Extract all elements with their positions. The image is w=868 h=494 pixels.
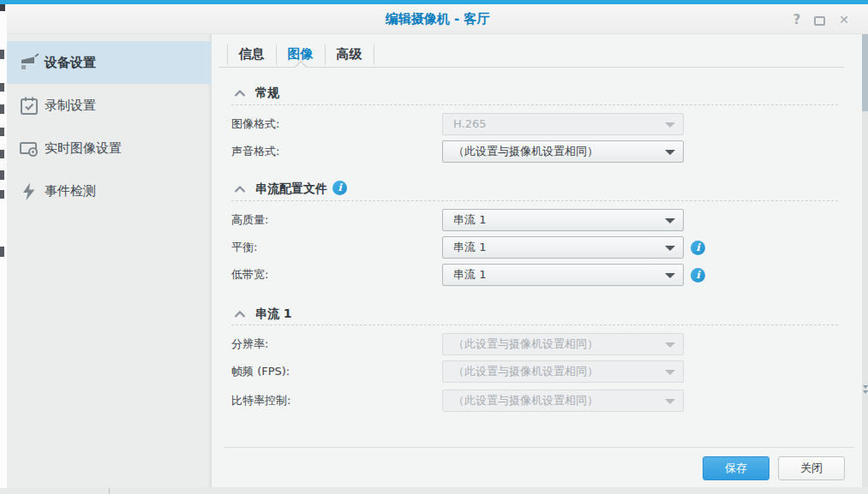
device-settings-icon: [18, 52, 40, 74]
field-label-fps: 帧频 (FPS):: [231, 360, 433, 383]
background-fragment: [0, 150, 4, 158]
section-title: 串流配置文件: [255, 182, 327, 197]
close-button[interactable]: 关闭: [778, 456, 845, 480]
image-format-dropdown: H.265: [442, 113, 684, 135]
section-divider: [231, 200, 838, 201]
resolution-dropdown: （此设置与摄像机设置相同）: [442, 333, 684, 355]
background-bottom-edge: [0, 488, 868, 494]
background-fragment: [0, 128, 4, 136]
settings-sidebar: 设备设置 录制设置 实时图像设置 事件检测: [7, 34, 212, 487]
background-fragment: [0, 247, 4, 257]
sidebar-item-recording-settings[interactable]: 录制设置: [7, 84, 212, 127]
background-fragment: [0, 170, 4, 180]
stream-profile-info-icon[interactable]: i: [332, 181, 347, 195]
background-fragment: [0, 83, 4, 92]
sidebar-item-device-settings[interactable]: 设备设置: [7, 41, 212, 84]
balanced-info-icon[interactable]: i: [691, 241, 705, 255]
chevron-down-icon: [665, 150, 675, 155]
chevron-down-icon: [665, 218, 675, 223]
field-label-audio-format: 声音格式:: [231, 140, 433, 163]
dropdown-value: 串流 1: [453, 237, 486, 258]
field-label-high-quality: 高质量:: [231, 209, 433, 231]
dropdown-value: （此设置与摄像机设置相同）: [453, 390, 598, 411]
maximize-icon[interactable]: [814, 16, 825, 26]
dropdown-value: （此设置与摄像机设置相同）: [453, 361, 598, 382]
background-fragment: [863, 390, 868, 394]
dropdown-value: H.265: [453, 114, 487, 134]
field-label-resolution: 分辨率:: [231, 333, 433, 355]
field-label-bitrate-control: 比特率控制:: [231, 390, 433, 412]
section-title: 串流 1: [255, 307, 292, 322]
image-settings-panel: 信息 图像 高级 常规 图像格式: H.265 声音格式: （此设置与摄像机设置…: [212, 34, 862, 487]
chevron-down-icon: [665, 122, 675, 128]
low-bandwidth-dropdown[interactable]: 串流 1: [442, 264, 684, 286]
tab-info[interactable]: 信息: [227, 43, 276, 65]
background-fragment: [109, 488, 110, 494]
low-bandwidth-info-icon[interactable]: i: [691, 268, 705, 283]
chevron-down-icon: [665, 273, 675, 278]
dropdown-value: 串流 1: [453, 265, 486, 285]
background-fragment: [0, 50, 4, 59]
sidebar-item-live-view-settings[interactable]: 实时图像设置: [7, 127, 212, 170]
background-fragment: [863, 385, 868, 389]
sidebar-item-event-detection[interactable]: 事件检测: [7, 170, 212, 212]
recording-settings-icon: [18, 95, 40, 117]
section-divider: [231, 324, 838, 325]
dialog-title: 编辑摄像机 - 客厅: [7, 11, 868, 27]
sidebar-item-label: 实时图像设置: [45, 127, 122, 170]
chevron-down-icon: [665, 246, 675, 251]
tab-divider: [374, 45, 374, 65]
audio-format-dropdown[interactable]: （此设置与摄像机设置相同）: [442, 140, 684, 163]
bitrate-control-dropdown: （此设置与摄像机设置相同）: [442, 390, 684, 412]
chevron-down-icon: [665, 370, 675, 375]
chevron-down-icon: [665, 399, 675, 404]
event-detection-icon: [18, 181, 40, 203]
dropdown-value: （此设置与摄像机设置相同）: [453, 141, 598, 162]
collapse-chevron-icon[interactable]: [234, 90, 246, 98]
close-icon[interactable]: ✕: [839, 13, 849, 27]
sidebar-item-label: 事件检测: [45, 170, 96, 212]
background-fragment: [0, 104, 4, 114]
field-label-balanced: 平衡:: [231, 236, 433, 259]
background-left-edge: [0, 0, 7, 494]
section-divider: [231, 104, 838, 105]
high-quality-dropdown[interactable]: 串流 1: [442, 209, 684, 231]
footer-divider: [224, 447, 854, 448]
dropdown-value: （此设置与摄像机设置相同）: [453, 334, 598, 354]
section-title: 常规: [255, 86, 279, 101]
background-right-edge: [862, 34, 868, 487]
sidebar-item-label: 设备设置: [45, 41, 96, 84]
dropdown-value: 串流 1: [453, 210, 486, 230]
chevron-down-icon: [665, 342, 675, 348]
background-fragment: [862, 34, 868, 111]
live-view-settings-icon: [18, 138, 40, 160]
fps-dropdown: （此设置与摄像机设置相同）: [442, 360, 684, 383]
balanced-dropdown[interactable]: 串流 1: [442, 236, 684, 259]
field-label-image-format: 图像格式:: [231, 113, 433, 135]
collapse-chevron-icon[interactable]: [234, 311, 246, 318]
dialog-titlebar[interactable]: 编辑摄像机 - 客厅 ? ✕: [7, 4, 868, 34]
edit-camera-dialog: 编辑摄像机 - 客厅 ? ✕ 设备设置 录制设置: [7, 0, 862, 487]
collapse-chevron-icon[interactable]: [234, 186, 246, 193]
save-button[interactable]: 保存: [703, 456, 769, 480]
sidebar-item-label: 录制设置: [45, 84, 96, 127]
background-fragment: [0, 190, 4, 199]
tab-advanced[interactable]: 高级: [325, 43, 374, 65]
help-icon[interactable]: ?: [793, 12, 801, 27]
field-label-low-bandwidth: 低带宽:: [231, 264, 433, 286]
tab-underline: [218, 67, 844, 68]
